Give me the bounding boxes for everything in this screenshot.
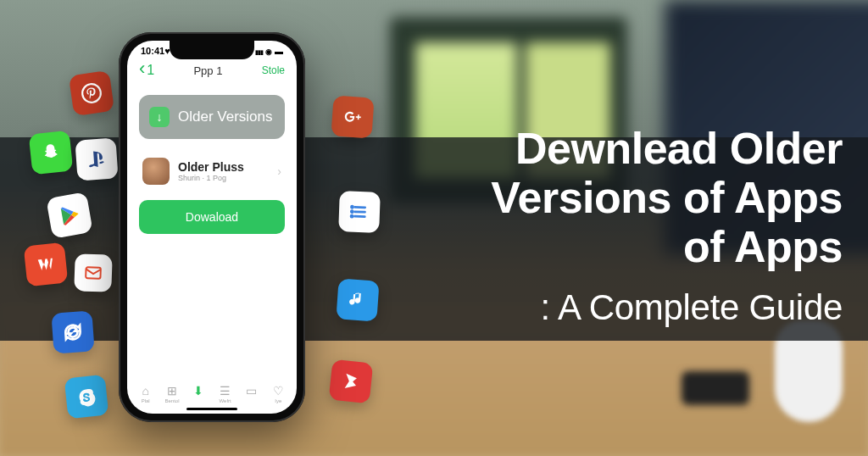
headline-line: of Apps — [385, 222, 843, 271]
headline: Dewnlead Older Versions of Apps of Apps … — [385, 124, 843, 328]
tab-grid[interactable]: ⊞ Bentol — [164, 384, 180, 403]
tab-home[interactable]: ⌂ Plal — [138, 384, 153, 403]
headline-line: Versions of Apps — [385, 173, 843, 222]
download-icon — [149, 107, 170, 127]
mail-icon — [74, 253, 113, 292]
home-indicator — [186, 408, 237, 410]
svg-point-6 — [351, 211, 353, 213]
music-app-icon — [336, 278, 379, 321]
tab-heart[interactable]: ♡ Iye — [270, 384, 286, 403]
svg-point-7 — [351, 215, 353, 217]
avatar — [142, 158, 170, 185]
item-meta: Older Pluss Shurin · 1 Pog — [178, 160, 269, 182]
heart-icon: ♡ — [270, 384, 286, 398]
item-subtitle: Shurin · 1 Pog — [178, 174, 269, 182]
wifi-icon — [265, 46, 272, 56]
back-button[interactable]: 1 — [139, 63, 154, 78]
arrow-down-icon: ⬇ — [191, 384, 206, 398]
tab-label: Bentol — [164, 398, 179, 403]
tab-label: Wefrt — [220, 398, 231, 403]
download-button[interactable]: Dowaload — [139, 200, 285, 234]
red-app-icon — [329, 359, 374, 404]
headline-main: Dewnlead Older Versions of Apps of Apps — [385, 124, 843, 272]
playstation-icon — [75, 137, 118, 181]
google-plus-icon — [331, 95, 374, 138]
status-indicators — [255, 46, 283, 56]
page-title: Ppp 1 — [193, 64, 222, 77]
bg-accessory — [682, 371, 749, 405]
tab-download[interactable]: ⬇ — [191, 384, 206, 403]
home-icon: ⌂ — [138, 384, 153, 398]
header-action-button[interactable]: Stole — [262, 64, 285, 76]
pinterest-icon — [69, 70, 114, 116]
phone-notch — [170, 41, 254, 59]
wattpad-icon — [24, 242, 69, 287]
sync-icon — [51, 310, 94, 353]
headline-line: Dewnlead Older — [385, 124, 843, 173]
list-app-icon — [338, 191, 381, 233]
snapchat-icon — [29, 131, 74, 175]
tab-book[interactable]: ▭ — [244, 384, 259, 403]
phone-screen: 10:41♥ 1 Ppp 1 Stole Older Versions Olde… — [127, 41, 297, 414]
tab-bar: ⌂ Plal ⊞ Bentol ⬇ ☰ Wefrt ▭ ♡ Iye — [127, 379, 297, 403]
status-time: 10:41♥ — [141, 46, 170, 56]
grid-icon: ⊞ — [164, 384, 180, 398]
book-icon: ▭ — [244, 384, 259, 398]
chevron-left-icon — [139, 63, 145, 78]
older-versions-card[interactable]: Older Versions — [139, 95, 285, 139]
skype-icon — [64, 375, 109, 420]
headline-subtitle: : A Complete Guide — [385, 287, 843, 328]
battery-icon — [275, 46, 283, 56]
tab-label: Iye — [275, 398, 281, 403]
app-list-item[interactable]: Older Pluss Shurin · 1 Pog — [139, 153, 285, 190]
signal-icon — [255, 46, 263, 56]
playstore-icon — [46, 192, 93, 239]
svg-point-0 — [81, 83, 102, 103]
svg-point-5 — [351, 206, 353, 208]
tab-stack[interactable]: ☰ Wefrt — [218, 384, 233, 403]
card-label: Older Versions — [178, 108, 273, 125]
phone-frame: 10:41♥ 1 Ppp 1 Stole Older Versions Olde… — [119, 32, 305, 422]
app-header: 1 Ppp 1 Stole — [127, 56, 297, 83]
chevron-right-icon — [277, 164, 281, 178]
back-label: 1 — [147, 63, 154, 78]
item-title: Older Pluss — [178, 160, 269, 174]
tab-label: Plal — [142, 398, 150, 403]
stack-icon: ☰ — [218, 384, 233, 398]
